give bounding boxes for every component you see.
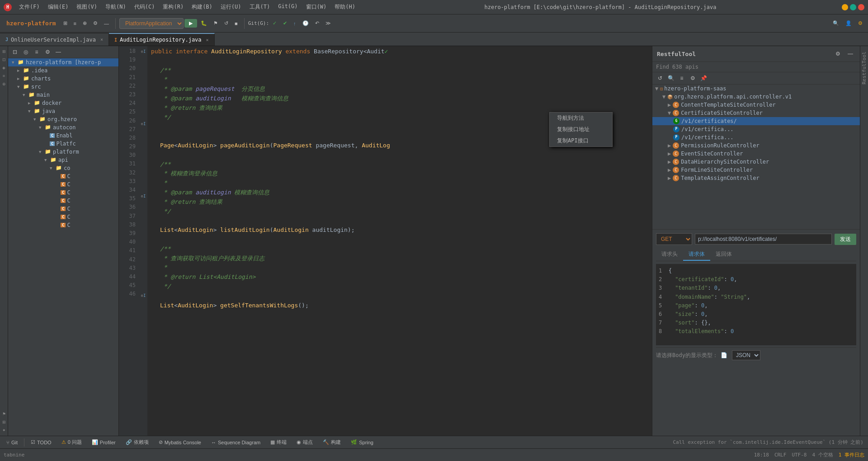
menu-edit[interactable]: 编辑(E) [44, 2, 72, 12]
tree-autocon[interactable]: ▼ 📁 autocon [8, 123, 118, 132]
status-crlf[interactable]: CRLF [774, 452, 787, 458]
api-search-btn[interactable]: 🔍 [666, 73, 676, 83]
git-more[interactable]: ≫ [323, 19, 334, 28]
api-endpoint-3[interactable]: P /v1/certifica... [652, 133, 860, 141]
tree-co[interactable]: ▼ 📁 co [8, 164, 118, 172]
bottom-build-btn[interactable]: 🔨 构建 [318, 438, 345, 447]
menu-tools[interactable]: 工具(T) [246, 2, 274, 12]
maximize-button[interactable] [850, 4, 856, 10]
search-everywhere-btn[interactable]: 🔍 [830, 19, 842, 28]
strip-btn-2[interactable]: ⊡ [0, 56, 8, 63]
git-clock[interactable]: 🕐 [300, 19, 311, 28]
tree-src[interactable]: ▼ 📁 src [8, 83, 118, 91]
sidebar-tool-expand[interactable]: ≡ [32, 47, 42, 57]
strip-bottom-1[interactable]: ⚑ [0, 410, 8, 418]
api-root-saas[interactable]: ▼ ⊡ hzero-platform-saas [652, 85, 860, 93]
tree-class-3[interactable]: C C [8, 188, 118, 197]
gutter-45[interactable]: ⊙I [139, 291, 147, 300]
strip-btn-1[interactable]: ⊞ [0, 48, 8, 55]
toolbar-btn-1[interactable]: ⊞ [61, 19, 70, 28]
bottom-endpoints-btn[interactable]: ◉ 端点 [292, 438, 317, 447]
req-tab-headers[interactable]: 请求头 [656, 249, 683, 261]
attach-button[interactable]: ↺ [222, 19, 231, 28]
bottom-todo-btn[interactable]: ☑ TODO [26, 438, 56, 446]
toolbar-btn-4[interactable]: ⚙ [90, 19, 100, 28]
api-pin-btn[interactable]: 📌 [698, 73, 708, 83]
sidebar-tool-collapse[interactable]: ⊡ [10, 47, 20, 57]
menu-code[interactable]: 代码(C) [131, 2, 159, 12]
bottom-mybatis-btn[interactable]: ⊘ Mybatis Console [154, 438, 206, 446]
strip-bottom-3[interactable]: ✦ [0, 427, 8, 434]
bottom-git-btn[interactable]: ⑂ Git [2, 439, 22, 446]
stop-button[interactable]: ■ [232, 19, 241, 28]
strip-bottom-2[interactable]: ⊞ [0, 419, 8, 426]
tree-class-6[interactable]: C C [8, 213, 118, 221]
tree-root[interactable]: ▼ 📁 hzero-platform [hzero-p [8, 58, 118, 66]
json-editor[interactable]: 1 { 2 "certificateId": 0, 3 "tenantId": … [656, 264, 856, 345]
toolbar-btn-2[interactable]: ≡ [71, 19, 79, 28]
api-permission-ctrl[interactable]: ▶ C PermissionRuleController [652, 141, 860, 150]
menu-help[interactable]: 帮助(H) [331, 2, 359, 12]
tree-class-1[interactable]: C C [8, 172, 118, 180]
api-endpoint-1[interactable]: G /v1/certificates/ 导航到方法 复制接口地址 复制API接口 [652, 117, 860, 125]
strip-btn-4[interactable]: ≡ [0, 72, 8, 80]
api-templateassign-ctrl[interactable]: ▶ C TemplateAssignController [652, 174, 860, 182]
tree-enable-class[interactable]: C Enabl [8, 132, 118, 140]
toolbar-btn-5[interactable]: — [101, 19, 112, 28]
tree-class-4[interactable]: C C [8, 197, 118, 205]
menu-file[interactable]: 文件(F) [15, 2, 43, 12]
bottom-terminal-btn[interactable]: ▦ 终端 [266, 438, 291, 447]
platform-dropdown[interactable]: PlatformApplication [119, 18, 184, 29]
bottom-spring-btn[interactable]: 🌿 Spring [346, 438, 378, 446]
tab-close-2[interactable]: × [206, 38, 209, 42]
bottom-problems-btn[interactable]: ⚠ 0 问题 [57, 438, 86, 447]
tab-close-1[interactable]: × [100, 37, 103, 42]
close-button[interactable] [858, 4, 864, 10]
git-undo[interactable]: ↶ [312, 19, 322, 28]
send-button[interactable]: 发送 [835, 234, 856, 245]
api-datahierarchy-ctrl[interactable]: ▶ C DataHierarchySiteController [652, 158, 860, 166]
git-push[interactable]: ↑ [291, 19, 299, 28]
sidebar-tool-locate[interactable]: ◎ [21, 47, 31, 57]
tree-platform[interactable]: ▼ 📁 platform [8, 148, 118, 156]
menu-run[interactable]: 运行(U) [217, 2, 245, 12]
status-charset[interactable]: UTF-8 [792, 452, 807, 458]
tree-class-7[interactable]: C C [8, 221, 118, 229]
code-content[interactable]: public interface AuditLoginRepository ex… [147, 46, 652, 436]
tree-orghzero[interactable]: ▼ 📁 org.hzero [8, 115, 118, 123]
tree-charts[interactable]: ▶ 📁 charts [8, 75, 118, 83]
req-tab-body[interactable]: 请求体 [683, 249, 710, 261]
panel-settings-btn[interactable]: ⚙ [833, 49, 843, 59]
debug-button[interactable]: 🐛 [198, 19, 210, 28]
bottom-sequence-btn[interactable]: ↔ Sequence Diagram [207, 439, 265, 446]
menu-nav[interactable]: 导航(N) [102, 2, 130, 12]
api-event-ctrl[interactable]: ▶ C EventSiteController [652, 150, 860, 158]
strip-btn-3[interactable]: ◈ [0, 64, 8, 71]
strip-btn-5[interactable]: ⊕ [0, 80, 8, 88]
git-tick[interactable]: ✔ [280, 19, 290, 28]
editor-content[interactable]: 18 19 20 21 22 23 24 25 26 27 28 29 30 3… [119, 46, 652, 436]
tree-java[interactable]: ▼ 📁 java [8, 107, 118, 115]
tree-idea[interactable]: ▶ 📁 .idea [8, 66, 118, 75]
api-certificate-ctrl[interactable]: ▼ C CertificateSiteController [652, 109, 860, 117]
bottom-dependencies-btn[interactable]: 🔗 依赖项 [121, 438, 153, 447]
bottom-profiler-btn[interactable]: 📊 Profiler [87, 438, 120, 446]
tree-class-5[interactable]: C C [8, 205, 118, 213]
tab-online-user[interactable]: J OnlineUserServiceImpl.java × [0, 33, 109, 46]
tree-docker[interactable]: ▶ 📁 docker [8, 99, 118, 107]
menu-window[interactable]: 窗口(W) [302, 2, 330, 12]
tree-api[interactable]: ▼ 📁 api [8, 156, 118, 164]
api-content-template[interactable]: ▶ C ContentTemplateSiteController [652, 101, 860, 109]
menu-refactor[interactable]: 重构(R) [159, 2, 187, 12]
api-package[interactable]: ▼ 📦 org.hzero.platform.api.controller.v1 [652, 93, 860, 101]
minimize-button[interactable] [842, 4, 848, 10]
status-events[interactable]: 1 事件日志 [839, 452, 864, 458]
api-settings-btn[interactable]: ⚙ [688, 73, 698, 83]
sidebar-tool-settings[interactable]: ⚙ [42, 47, 52, 57]
gutter-34[interactable]: ⊙I [139, 192, 147, 201]
menu-build[interactable]: 构建(B) [188, 2, 216, 12]
tree-platfc-class[interactable]: C Platfc [8, 140, 118, 148]
api-endpoint-2[interactable]: P /v1/certifica... [652, 125, 860, 133]
body-type-select[interactable]: JSON XML Text [732, 350, 760, 360]
run-button[interactable]: ▶ [184, 19, 197, 28]
